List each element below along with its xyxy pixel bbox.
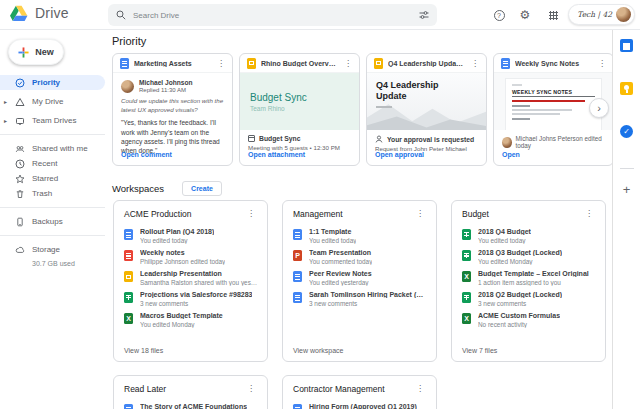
sidebar-nav: Priority ▸ My Drive ▸ Team Drives <box>0 75 105 267</box>
sidebar-item-label: Storage <box>32 245 60 254</box>
tasks-app-icon[interactable]: ✓ <box>620 125 633 138</box>
sidebar-item-shared-with-me[interactable]: Shared with me <box>0 141 105 156</box>
apps-grid-button[interactable] <box>546 8 560 22</box>
open-link[interactable]: Open <box>502 151 520 158</box>
more-options-icon[interactable]: ⋮ <box>215 59 227 68</box>
docs-file-icon <box>124 229 133 240</box>
more-options-icon[interactable]: ⋮ <box>596 59 608 68</box>
card-title: Rhino Budget Overview <box>261 60 337 67</box>
priority-icon <box>15 78 25 88</box>
file-row[interactable]: ACME Custom FormulasNo recent activity <box>462 312 595 328</box>
more-options-icon[interactable]: ⋮ <box>414 209 426 218</box>
sheets-file-icon <box>462 292 471 303</box>
file-meta: 3 new comments <box>478 300 562 307</box>
create-workspace-button[interactable]: Create <box>182 181 222 196</box>
sidebar-item-storage[interactable]: Storage <box>0 242 105 257</box>
workspace-card[interactable]: Management ⋮ 1:1 TemplateYou edited toda… <box>282 200 437 362</box>
new-button[interactable]: New <box>8 39 64 65</box>
file-row[interactable]: The Story of ACME Foundations <box>124 403 257 409</box>
search-bar[interactable] <box>108 4 437 26</box>
divider <box>620 168 634 169</box>
file-name: Leadership Presentation <box>140 270 258 277</box>
file-meta: You edited yesterday <box>309 279 372 286</box>
docs-file-icon <box>120 58 129 69</box>
workspace-card[interactable]: Read Later ⋮ The Story of ACME Foundatio… <box>113 375 268 409</box>
open-comment-link[interactable]: Open comment <box>121 151 172 158</box>
file-row[interactable]: Macros Budget TemplateYou edited Monday <box>124 312 257 328</box>
preview-title: Q4 Leadership Update <box>376 80 456 102</box>
file-row[interactable]: Rollout Plan (Q4 2018)You edited today <box>124 228 257 244</box>
backups-icon <box>15 217 25 227</box>
drive-logo[interactable]: Drive <box>10 5 69 21</box>
more-options-icon[interactable]: ⋮ <box>469 59 481 68</box>
more-options-icon[interactable]: ⋮ <box>414 384 426 393</box>
more-options-icon[interactable]: ⋮ <box>583 209 595 218</box>
sidebar-item-backups[interactable]: Backups <box>0 214 105 229</box>
file-row[interactable]: Projections via Salesforce #982833 new c… <box>124 291 257 307</box>
file-row[interactable]: Sarah Tomlinson Hiring Packet (Approved)… <box>293 291 426 307</box>
docs-file-icon <box>293 404 302 409</box>
priority-card-marketing-assets[interactable]: Marketing Assets ⋮ Michael Johnson Repli… <box>112 53 233 166</box>
excel-file-icon <box>462 271 471 282</box>
expand-arrow-icon[interactable]: ▸ <box>4 98 7 105</box>
open-approval-link[interactable]: Open approval <box>375 151 424 158</box>
workspace-footer-link[interactable]: View 18 files <box>124 347 163 354</box>
excel-file-icon <box>462 313 471 324</box>
file-row[interactable]: Hiring Form (Approved Q1 2019) <box>293 403 426 409</box>
more-options-icon[interactable]: ⋮ <box>245 209 257 218</box>
sheets-file-icon <box>462 250 471 261</box>
next-cards-button[interactable]: › <box>589 98 609 118</box>
file-meta: Samantha Ralston shared with you yesterd… <box>140 279 258 286</box>
app-name: Drive <box>35 5 69 21</box>
file-row[interactable]: Peer Review NotesYou edited yesterday <box>293 270 426 286</box>
sidebar-item-recent[interactable]: Recent <box>0 156 105 171</box>
preview-subtitle: Team Rhino <box>250 105 359 112</box>
sidebar-item-starred[interactable]: Starred <box>0 171 105 186</box>
account-button[interactable]: Tech | 42 <box>568 4 635 25</box>
search-input[interactable] <box>133 11 412 20</box>
divider <box>0 134 105 135</box>
workspace-card[interactable]: ACME Production ⋮ Rollout Plan (Q4 2018)… <box>113 200 268 362</box>
add-addon-button[interactable]: + <box>623 183 631 196</box>
workspace-card[interactable]: Contractor Management ⋮ Hiring Form (App… <box>282 375 437 409</box>
priority-card-q4-leadership[interactable]: Q4 Leadership Update (Approved) ⋮ Q4 Lea… <box>366 53 487 166</box>
file-meta: You edited today <box>309 237 356 244</box>
file-row[interactable]: 2018 Q2 Budget (Locked)3 new comments <box>462 291 595 307</box>
commenter-avatar <box>121 80 134 93</box>
file-name: 1:1 Template <box>309 228 356 235</box>
priority-card-rhino-budget[interactable]: Rhino Budget Overview ⋮ Budget Sync Team… <box>239 53 360 166</box>
more-options-icon[interactable]: ⋮ <box>245 384 257 393</box>
sidebar-item-priority[interactable]: Priority <box>0 75 105 90</box>
workspace-file-list: The Story of ACME Foundations <box>124 403 257 409</box>
file-row[interactable]: Team PresentationYou commented today <box>293 249 426 265</box>
settings-button[interactable]: ⚙ <box>518 8 532 22</box>
expand-arrow-icon[interactable]: ▸ <box>4 117 7 124</box>
file-row[interactable]: 1:1 TemplateYou edited today <box>293 228 426 244</box>
workspace-card[interactable]: Budget ⋮ 2018 Q4 BudgetYou edited today2… <box>451 200 606 362</box>
docs-file-icon <box>124 404 133 409</box>
file-row[interactable]: Leadership PresentationSamantha Ralston … <box>124 270 257 286</box>
sidebar: New Priority ▸ My Drive ▸ <box>0 30 105 409</box>
file-row[interactable]: 2018 Q4 BudgetYou edited today <box>462 228 595 244</box>
sidebar-item-trash[interactable]: Trash <box>0 186 105 201</box>
docs-file-icon <box>293 229 302 240</box>
file-meta: You edited Monday <box>140 321 223 328</box>
keep-app-icon[interactable] <box>620 82 633 95</box>
file-row[interactable]: Budget Template – Excel Original1 action… <box>462 270 595 286</box>
file-meta: You edited today <box>478 237 531 244</box>
file-name: ACME Custom Formulas <box>478 312 560 319</box>
more-options-icon[interactable]: ⋮ <box>342 59 354 68</box>
search-options-icon[interactable] <box>419 10 429 20</box>
calendar-app-icon[interactable] <box>620 39 633 52</box>
open-attachment-link[interactable]: Open attachment <box>248 151 305 158</box>
workspace-footer-link[interactable]: View 7 files <box>462 347 497 354</box>
sidebar-item-team-drives[interactable]: ▸ Team Drives <box>0 113 105 128</box>
excel-file-icon <box>124 313 133 324</box>
file-row[interactable]: Weekly notesPhilippe Johnson edited toda… <box>124 249 257 265</box>
file-row[interactable]: 2018 Q3 Budget (Locked)You edited Monday <box>462 249 595 265</box>
help-button[interactable]: ? <box>492 8 506 22</box>
workspace-footer-link[interactable]: View workspace <box>293 347 343 354</box>
divider <box>0 207 105 208</box>
sidebar-item-my-drive[interactable]: ▸ My Drive <box>0 94 105 109</box>
file-name: Hiring Form (Approved Q1 2019) <box>309 403 417 409</box>
